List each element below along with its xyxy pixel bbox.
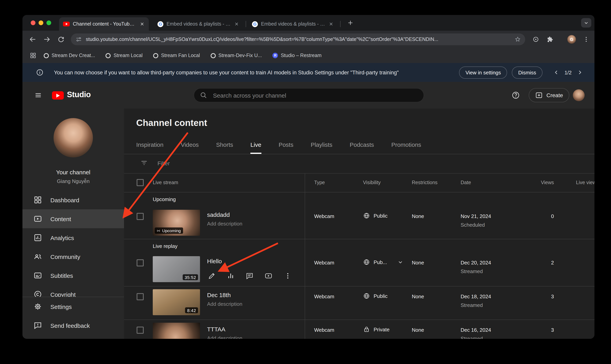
video-thumbnail[interactable]: Upcoming xyxy=(153,210,200,236)
analytics-bars-icon[interactable] xyxy=(225,270,236,281)
sidebar-item-dashboard[interactable]: Dashboard xyxy=(22,190,124,209)
browser-profile-avatar[interactable]: G xyxy=(567,35,576,44)
sidebar-item-send-feedback[interactable]: Send feedback xyxy=(22,316,124,335)
minimize-window-button[interactable] xyxy=(39,20,43,25)
filter-label[interactable]: Filter xyxy=(158,160,170,167)
chevron-right-icon[interactable] xyxy=(576,69,584,76)
hamburger-menu-icon[interactable] xyxy=(34,91,42,99)
dismiss-button[interactable]: Dismiss xyxy=(512,66,543,78)
chevron-down-icon[interactable] xyxy=(397,259,404,266)
site-settings-icon[interactable] xyxy=(75,36,82,43)
table-row-saddadd[interactable]: Upcoming saddadd Add description Webcam … xyxy=(124,207,595,239)
column-date[interactable]: Date xyxy=(461,180,471,185)
address-bar[interactable]: studio.youtube.com/channel/UC5L_yH8FpSOa… xyxy=(71,33,525,45)
browser-menu-kebab-icon[interactable] xyxy=(583,36,590,43)
view-in-settings-button[interactable]: View in settings xyxy=(459,66,507,78)
search-bar[interactable] xyxy=(194,88,424,102)
channel-avatar[interactable] xyxy=(53,118,93,157)
views-cell: 2 xyxy=(530,260,554,266)
apps-grid-icon[interactable] xyxy=(29,52,37,59)
chevron-left-icon[interactable] xyxy=(553,69,560,76)
table-row-hlello[interactable]: 35:52 Hlello Webcam Pub... None D xyxy=(124,253,595,286)
analytics-icon xyxy=(33,233,42,242)
visibility-cell: Public xyxy=(363,212,388,219)
sidebar-item-settings[interactable]: Settings xyxy=(22,297,124,316)
sidebar-item-community[interactable]: Community xyxy=(22,247,124,266)
sidebar-item-analytics[interactable]: Analytics xyxy=(22,228,124,247)
browser-tab-3[interactable]: G Embed videos & playlists - Yo xyxy=(248,17,338,31)
video-title[interactable]: TTTAA xyxy=(207,326,242,333)
comments-icon[interactable] xyxy=(244,270,255,281)
section-label: Live replay xyxy=(153,243,178,249)
video-title[interactable]: saddadd xyxy=(207,212,242,218)
maximize-window-button[interactable] xyxy=(46,20,51,25)
create-label: Create xyxy=(546,92,563,98)
extensions-puzzle-icon[interactable] xyxy=(546,36,554,43)
bookmark-item[interactable]: Stream Fan Local xyxy=(153,53,200,58)
tab-shorts[interactable]: Shorts xyxy=(216,136,233,154)
studio-brand[interactable]: Studio xyxy=(67,90,91,99)
bookmark-item[interactable]: Stream Local xyxy=(106,53,143,58)
video-description[interactable]: Add description xyxy=(207,301,242,307)
video-description[interactable]: Add description xyxy=(207,221,242,227)
select-all-checkbox[interactable] xyxy=(137,179,144,186)
row-checkbox[interactable] xyxy=(137,259,144,266)
youtube-logo[interactable] xyxy=(52,91,64,100)
browser-tab-active[interactable]: Channel content - YouTube St xyxy=(59,17,149,31)
globe-icon xyxy=(363,292,370,299)
video-title[interactable]: Hlello xyxy=(207,258,222,264)
sidebar-item-copyright[interactable]: Copyright xyxy=(22,285,124,297)
bookmark-favicon xyxy=(211,53,216,58)
sidebar: Your channel Giang Nguyễn Dashboard Cont… xyxy=(22,109,124,339)
bookmark-item[interactable]: Stream-Dev-Fix U... xyxy=(211,53,262,58)
bookmark-label: Stream Fan Local xyxy=(161,53,200,58)
table-row-tttaa[interactable]: TTTAA Add description Webcam Private Non… xyxy=(124,320,595,339)
type-cell: Webcam xyxy=(314,294,334,299)
row-checkbox[interactable] xyxy=(137,213,144,220)
video-description[interactable]: Add description xyxy=(207,335,242,339)
browser-tab-2[interactable]: G Embed videos & playlists - Yo xyxy=(154,17,243,31)
help-icon[interactable] xyxy=(511,91,520,100)
row-checkbox[interactable] xyxy=(137,293,144,300)
bookmark-item[interactable]: Stream Dev Creat... xyxy=(44,53,95,58)
video-title[interactable]: Dec 18th xyxy=(207,292,242,298)
filter-icon[interactable] xyxy=(140,159,148,167)
extension-icon[interactable] xyxy=(532,36,539,43)
table-row-dec18th[interactable]: 8:42 Dec 18th Add description Webcam Pub… xyxy=(124,286,595,320)
tab-close-icon[interactable] xyxy=(234,21,239,27)
tab-live[interactable]: Live xyxy=(250,136,261,154)
visibility-cell: Public xyxy=(363,292,388,299)
reload-button[interactable] xyxy=(57,35,65,43)
account-avatar[interactable] xyxy=(573,89,585,101)
sidebar-item-subtitles[interactable]: Subtitles xyxy=(22,266,124,285)
tab-search-menu-button[interactable] xyxy=(581,18,591,27)
tab-posts[interactable]: Posts xyxy=(279,136,293,154)
visibility-cell[interactable]: Pub... xyxy=(363,259,404,266)
sidebar-item-label: Dashboard xyxy=(50,196,79,203)
globe-icon xyxy=(363,259,370,266)
tab-playlists[interactable]: Playlists xyxy=(311,136,332,154)
close-window-button[interactable] xyxy=(31,20,35,25)
view-on-youtube-icon[interactable] xyxy=(263,270,274,281)
create-button[interactable]: Create xyxy=(529,88,569,102)
back-button[interactable] xyxy=(29,35,37,43)
bookmark-star-icon[interactable] xyxy=(514,36,521,43)
tab-videos[interactable]: Videos xyxy=(181,136,199,154)
sidebar-item-content[interactable]: Content xyxy=(22,209,124,228)
video-thumbnail[interactable] xyxy=(153,323,200,339)
tab-close-icon[interactable] xyxy=(328,21,334,27)
forward-button[interactable] xyxy=(43,35,51,43)
sidebar-item-label: Settings xyxy=(50,303,72,310)
row-kebab-icon[interactable] xyxy=(282,270,293,281)
tab-inspiration[interactable]: Inspiration xyxy=(136,136,163,154)
new-tab-button[interactable] xyxy=(347,19,354,26)
search-input[interactable] xyxy=(212,91,418,99)
edit-pencil-icon[interactable] xyxy=(206,270,217,281)
bookmark-item[interactable]: RStudio – Restream xyxy=(272,53,321,58)
tab-close-icon[interactable] xyxy=(139,21,145,27)
video-thumbnail[interactable]: 8:42 xyxy=(153,289,200,315)
tab-promotions[interactable]: Promotions xyxy=(391,136,421,154)
tab-podcasts[interactable]: Podcasts xyxy=(350,136,374,154)
video-thumbnail[interactable]: 35:52 xyxy=(153,256,200,282)
row-checkbox[interactable] xyxy=(137,327,144,334)
